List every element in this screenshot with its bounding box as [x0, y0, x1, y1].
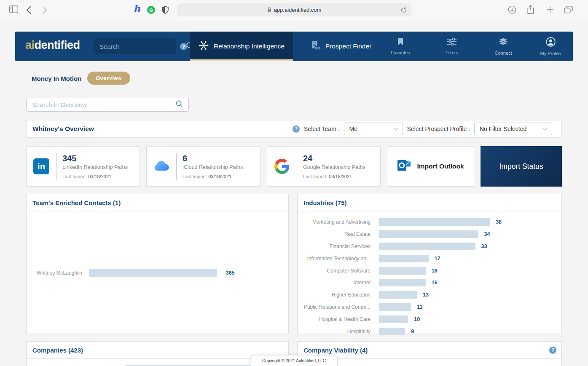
person-circle-icon [546, 37, 556, 48]
bar-row: Real Estate34 [298, 228, 561, 240]
bar-row: Public Relations and Comm...11 [298, 301, 561, 313]
bar-label: Information Technology an... [298, 256, 379, 262]
layers-icon [498, 37, 509, 48]
shield-icon[interactable] [162, 6, 169, 14]
bar [379, 255, 429, 262]
icloud-stat-card: 6 iCloud Relationship Paths Last Import:… [146, 146, 260, 187]
bar-value: 10 [414, 316, 420, 322]
bar [379, 279, 426, 286]
stat-label: LinkedIn Relationship Paths [62, 164, 128, 170]
stat-value: 6 [183, 154, 243, 163]
bar-label: Financial Services [298, 243, 379, 249]
overview-search-input[interactable] [27, 101, 175, 108]
tab-overview-icon[interactable] [564, 6, 573, 13]
bar-label: Hospitality [298, 329, 379, 334]
import-status-button[interactable]: Import Status [481, 146, 562, 187]
team-help-icon[interactable]: ? [293, 126, 300, 133]
enriched-contacts-chart: Whitney McLaughlin365 [27, 211, 288, 334]
new-tab-icon[interactable] [546, 5, 554, 13]
back-icon[interactable] [26, 6, 31, 14]
downloads-icon[interactable] [508, 5, 516, 14]
last-import: Last Import: 03/18/2021 [183, 174, 243, 179]
reload-icon[interactable] [400, 7, 407, 15]
bar-row: Internet16 [298, 277, 561, 289]
bar-row: Financial Services33 [298, 240, 561, 253]
chevron-down-icon [538, 126, 548, 132]
linkedin-stat-card: in 345 LinkedIn Relationship Paths Last … [26, 146, 140, 187]
honey-icon[interactable]: h [133, 5, 140, 13]
address-bar[interactable]: app.aidentified.com [177, 3, 411, 16]
bar [379, 267, 426, 275]
bar-value: 33 [481, 243, 487, 249]
nav-connect[interactable]: Connect [483, 32, 524, 61]
select-team-label: Select Team : [304, 126, 340, 132]
tab-label: Prospect Finder [325, 43, 371, 50]
tab-prospect-finder[interactable]: Prospect Finder [297, 32, 384, 61]
bar-value: 11 [417, 304, 422, 310]
bar-label: Whitney McLaughlin [27, 270, 89, 276]
panel-title: Companies (423) [32, 347, 83, 354]
bar-value: 38 [496, 219, 502, 225]
url-text: app.aidentified.com [274, 7, 322, 13]
aidentified-logo[interactable]: aidentified [25, 39, 80, 52]
industries-panel: Industries (75) Marketing and Advertisin… [297, 194, 562, 334]
bar-label: Public Relations and Comm... [298, 304, 379, 310]
search-help-icon[interactable]: ? [180, 43, 187, 50]
bar [379, 291, 417, 299]
import-outlook-button[interactable]: Import Outlook [387, 146, 474, 187]
panel-title: Industries (75) [303, 199, 347, 206]
relationship-network-icon [198, 40, 209, 53]
bar-row: Hospitality9 [298, 325, 561, 337]
bar-label: Internet [298, 280, 379, 286]
bar-row: Computer Software16 [298, 264, 561, 277]
bar [379, 230, 478, 238]
last-import: Last Import: 03/18/2021 [303, 174, 365, 179]
bar-label: Hospital & Health Care [298, 316, 379, 322]
stat-value: 345 [62, 154, 128, 163]
bar [379, 303, 411, 311]
bar-row: Higher Education13 [298, 289, 561, 301]
icloud-icon [147, 160, 176, 172]
page-title: Whitney's Overview [32, 125, 94, 133]
overview-pill[interactable]: Overview [87, 72, 130, 85]
share-icon[interactable] [527, 5, 534, 14]
nav-favorites[interactable]: Favorites [380, 32, 421, 61]
viability-help-icon[interactable]: ? [549, 347, 556, 354]
lock-icon [267, 6, 271, 14]
nav-my-profile[interactable]: My Profile [530, 32, 571, 61]
copyright-footer: Copyright © 2021 Aidentified, LLC [251, 355, 338, 366]
bar-value: 17 [435, 256, 440, 262]
breadcrumb-money-in-motion[interactable]: Money In Motion [32, 75, 81, 82]
stat-label: Google Relationship Paths [303, 164, 365, 170]
select-prospect-profile-dropdown[interactable]: No Filter Selected [474, 123, 552, 135]
grammarly-icon[interactable]: G [147, 6, 155, 14]
search-icon[interactable] [175, 100, 183, 110]
linkedin-icon: in [27, 158, 56, 174]
panel-title: Company Viability (4) [303, 347, 368, 354]
global-search [94, 38, 176, 54]
bar-value: 34 [484, 231, 490, 237]
bar-row: Information Technology an...17 [298, 252, 561, 264]
nav-filters[interactable]: Filters [432, 32, 472, 61]
bar [379, 218, 490, 226]
google-stat-card: 24 Google Relationship Paths Last Import… [267, 146, 381, 187]
bar-row: Marketing and Advertising38 [298, 216, 561, 228]
forward-icon[interactable] [42, 6, 47, 14]
chevron-down-icon [389, 126, 398, 132]
bar-label: Computer Software [298, 268, 379, 274]
tab-relationship-intelligence[interactable]: Relationship Intelligence [190, 32, 293, 61]
bar-value: 365 [226, 270, 235, 276]
select-team-dropdown[interactable]: Me [344, 123, 403, 135]
outlook-icon [397, 159, 411, 174]
bar-value: 16 [432, 268, 438, 274]
overview-search [26, 98, 189, 112]
bookmark-icon [397, 37, 404, 48]
app-navbar: aidentified ? Relationship Intelligence [15, 32, 573, 61]
import-outlook-label: Import Outlook [417, 163, 464, 170]
sidebar-toggle-icon[interactable] [9, 5, 18, 13]
bar [379, 243, 475, 250]
panel-title: Team's Enriched Contacts (1) [32, 199, 121, 206]
bar-row: Whitney McLaughlin365 [27, 269, 288, 277]
global-search-input[interactable] [94, 43, 186, 50]
bar [379, 328, 405, 335]
